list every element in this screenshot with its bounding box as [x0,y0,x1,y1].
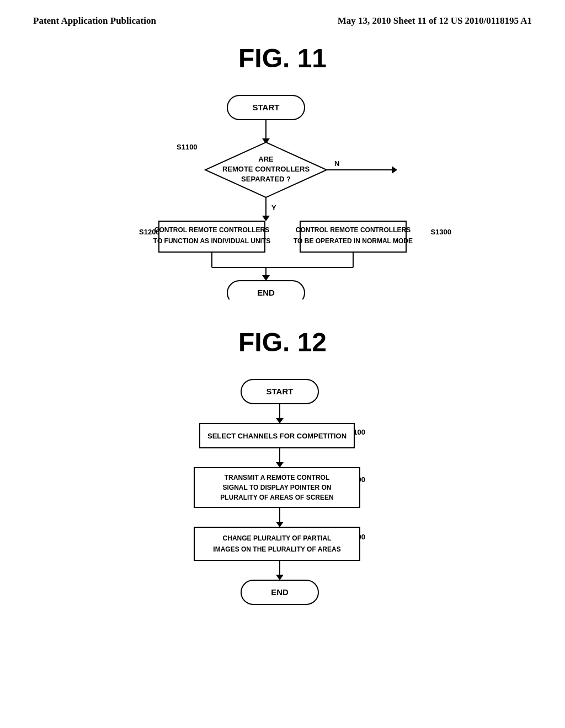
svg-text:PLURALITY OF AREAS OF SCREEN: PLURALITY OF AREAS OF SCREEN [220,494,333,501]
fig11-title: FIG. 11 [33,43,532,73]
svg-text:CONTROL REMOTE CONTROLLERS: CONTROL REMOTE CONTROLLERS [296,226,411,234]
svg-text:SIGNAL TO DISPLAY POINTER ON: SIGNAL TO DISPLAY POINTER ON [223,484,332,491]
svg-text:START: START [253,103,280,112]
fig11-flowchart: START S1100 ARE REMOTE CONTROLLERS SEPAR… [84,90,481,299]
svg-text:S1300: S1300 [430,228,451,236]
svg-marker-39 [276,462,284,468]
svg-marker-10 [392,166,397,174]
svg-text:SEPARATED ?: SEPARATED ? [241,175,291,183]
svg-marker-28 [262,275,270,281]
svg-marker-34 [276,418,284,424]
svg-marker-13 [262,216,270,221]
page-content: FIG. 11 START S1100 ARE REMOTE CONTROLLE… [0,32,565,672]
svg-text:IMAGES ON THE PLURALITY OF ARE: IMAGES ON THE PLURALITY OF AREAS [213,545,340,553]
publication-info: May 13, 2010 Sheet 11 of 12 US 2010/0118… [338,15,532,26]
svg-text:TO FUNCTION AS INDIVIDUAL UNIT: TO FUNCTION AS INDIVIDUAL UNITS [153,237,270,245]
svg-text:ARE: ARE [258,155,274,163]
svg-text:END: END [271,587,289,597]
svg-text:Y: Y [271,204,276,212]
svg-text:REMOTE CONTROLLERS: REMOTE CONTROLLERS [222,165,310,173]
page-header: Patent Application Publication May 13, 2… [0,0,565,32]
svg-text:TRANSMIT A REMOTE CONTROL: TRANSMIT A REMOTE CONTROL [225,474,329,481]
svg-rect-48 [194,527,360,560]
svg-text:CONTROL REMOTE CONTROLLERS: CONTROL REMOTE CONTROLLERS [154,226,269,234]
svg-marker-46 [276,522,284,527]
fig12-title: FIG. 12 [33,327,532,357]
svg-text:S1100: S1100 [177,143,198,151]
fig12-flowchart: START S2100 SELECT CHANNELS FOR COMPETIT… [145,374,420,661]
svg-text:N: N [334,159,339,168]
svg-text:TO BE OPERATED IN NORMAL MODE: TO BE OPERATED IN NORMAL MODE [294,237,413,245]
svg-text:CHANGE PLURALITY OF PARTIAL: CHANGE PLURALITY OF PARTIAL [223,534,332,542]
publication-label: Patent Application Publication [33,15,156,26]
svg-text:START: START [266,387,294,396]
svg-marker-52 [276,575,284,580]
svg-text:SELECT CHANNELS FOR COMPETITIO: SELECT CHANNELS FOR COMPETITION [207,432,347,440]
svg-text:END: END [257,288,275,297]
